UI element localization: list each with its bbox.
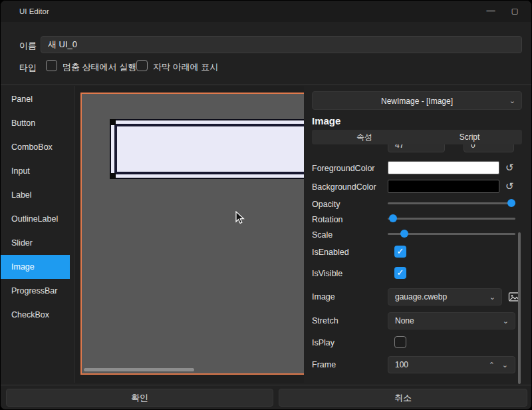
background-reset-icon[interactable] (505, 180, 514, 193)
gauge-image-inner-frame (114, 124, 304, 174)
maximize-button[interactable]: ▢ (503, 1, 526, 22)
sidebar-item-progressbar[interactable]: ProgressBar (1, 279, 70, 303)
run-when-paused-checkbox[interactable] (46, 60, 57, 71)
scale-slider-thumb[interactable] (400, 230, 408, 238)
window-title: UI Editor (19, 1, 49, 22)
ok-button[interactable]: 확인 (6, 389, 273, 407)
isvisible-checkbox[interactable] (394, 267, 406, 279)
frame-input[interactable]: 100 (388, 356, 515, 373)
inspector-vertical-scrollbar[interactable] (518, 232, 521, 384)
position-x-input[interactable]: 47 (388, 144, 445, 152)
opacity-slider-thumb[interactable] (507, 199, 515, 207)
rotation-slider-track (388, 218, 515, 220)
sidebar-item-image[interactable]: Image (1, 255, 70, 279)
ui-stage[interactable] (80, 93, 304, 375)
chevron-down-icon (503, 313, 509, 329)
canvas-horizontal-scrollbar[interactable] (84, 368, 194, 371)
background-color-label: BackgroundColor (312, 182, 376, 192)
foreground-color-label: ForegroundColor (312, 164, 375, 173)
show-below-subtitle-checkbox[interactable] (136, 60, 148, 71)
sidebar-item-slider[interactable]: Slider (1, 231, 70, 255)
background-color-swatch[interactable] (388, 180, 499, 193)
name-label: 이름 (19, 40, 37, 52)
image-file-dropdown[interactable]: gauage.cwebp (388, 288, 502, 306)
chevron-down-icon (509, 92, 515, 109)
target-element-value: NewImage - [Image] (381, 97, 453, 106)
image-file-value: gauage.cwebp (395, 292, 447, 302)
isplay-checkbox[interactable] (394, 336, 406, 348)
sidebar-item-outlinelabel[interactable]: OutlineLabel (1, 207, 70, 231)
opacity-slider-track (388, 202, 515, 204)
scale-label: Scale (312, 230, 332, 240)
footer-divider (1, 385, 531, 385)
position-x-value: 47 (395, 144, 404, 150)
rotation-slider-thumb[interactable] (389, 214, 397, 222)
sidebar-item-panel[interactable]: Panel (1, 87, 70, 111)
sidebar-item-input[interactable]: Input (1, 159, 70, 183)
inspector-panel: NewImage - [Image] Image 속성 Script 47 0 … (304, 86, 532, 384)
stretch-value: None (395, 316, 414, 325)
sidebar-item-button[interactable]: Button (1, 111, 70, 135)
form-divider (1, 85, 531, 85)
chevron-down-icon (489, 289, 495, 305)
rotation-slider[interactable] (388, 214, 515, 223)
position-y-value: 0 (471, 144, 475, 150)
cancel-button[interactable]: 취소 (279, 389, 527, 407)
image-file-label: Image (312, 292, 335, 302)
resize-handle-bottom-left[interactable] (110, 173, 116, 179)
tab-properties[interactable]: 속성 (312, 130, 417, 144)
gauge-image-element[interactable] (110, 119, 304, 179)
isenabled-label: IsEnabled (312, 248, 349, 257)
inspector-section-title: Image (312, 115, 340, 126)
resize-handle-top-left[interactable] (110, 119, 116, 125)
show-below-subtitle-label: 자막 아래에 표시 (153, 61, 218, 73)
foreground-color-swatch[interactable] (388, 161, 499, 174)
type-label: 타입 (19, 62, 37, 74)
title-bar: UI Editor — ▢ (1, 1, 531, 22)
run-when-paused-label: 멈춤 상태에서 실행 (63, 61, 136, 73)
canvas-viewport[interactable] (74, 86, 304, 383)
opacity-slider[interactable] (388, 198, 515, 208)
tab-script[interactable]: Script (417, 130, 522, 144)
chevron-up-icon (434, 144, 439, 152)
target-element-dropdown[interactable]: NewImage - [Image] (312, 91, 522, 110)
ui-editor-window: UI Editor — ▢ 이름 타입 멈춤 상태에서 실행 자막 아래에 표시… (0, 0, 532, 410)
position-y-input[interactable]: 0 (464, 144, 514, 152)
clipped-position-row: 47 0 (304, 144, 532, 154)
minimize-button[interactable]: — (479, 1, 502, 22)
frame-value: 100 (395, 360, 408, 369)
inspector-tabstrip: 속성 Script (312, 130, 522, 144)
stretch-dropdown[interactable]: None (388, 312, 515, 329)
sidebar-item-checkbox[interactable]: CheckBox (1, 303, 70, 327)
isenabled-checkbox[interactable] (394, 246, 406, 258)
opacity-label: Opacity (312, 200, 340, 209)
isvisible-label: IsVisible (312, 269, 342, 278)
frame-increment-icon[interactable] (489, 357, 495, 373)
sidebar-item-combobox[interactable]: ComboBox (1, 135, 70, 159)
stretch-label: Stretch (312, 316, 338, 325)
rotation-label: Rotation (312, 215, 343, 224)
frame-decrement-icon[interactable] (502, 357, 508, 373)
frame-label: Frame (312, 360, 336, 369)
foreground-reset-icon[interactable] (505, 161, 514, 174)
sidebar-item-label[interactable]: Label (1, 183, 70, 207)
isplay-label: IsPlay (312, 338, 334, 347)
name-input[interactable] (41, 36, 522, 53)
component-sidebar: Panel Button ComboBox Input Label Outlin… (1, 86, 74, 384)
scale-slider[interactable] (388, 229, 515, 238)
